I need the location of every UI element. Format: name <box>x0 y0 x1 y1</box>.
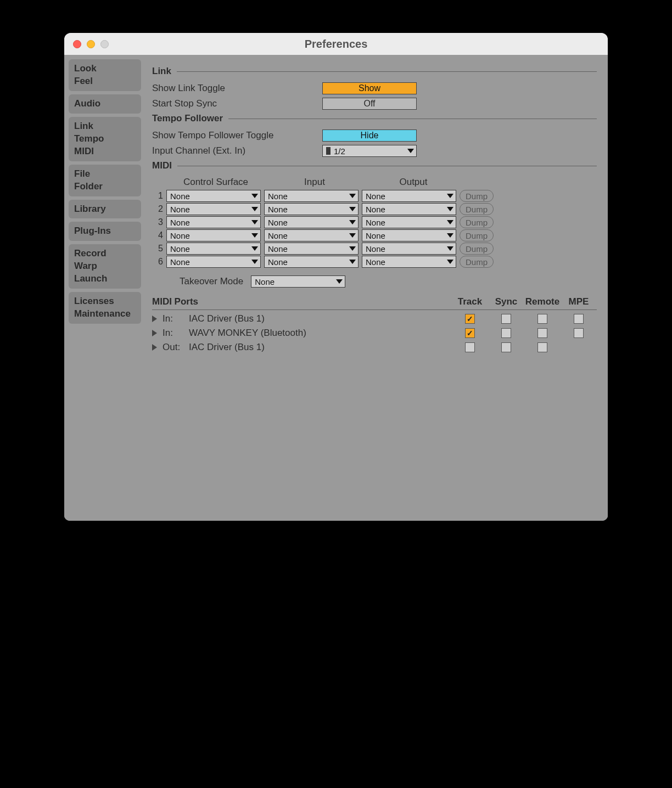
dump-button[interactable]: Dump <box>460 243 494 255</box>
cell-sync <box>488 328 524 338</box>
track-checkbox[interactable] <box>465 314 475 324</box>
track-checkbox[interactable] <box>465 328 475 338</box>
show-tempo-follower-button[interactable]: Hide <box>322 130 417 142</box>
input-dropdown[interactable]: None <box>264 256 359 268</box>
divider <box>177 166 597 166</box>
dump-button[interactable]: Dump <box>460 229 494 241</box>
chevron-down-icon <box>251 194 258 198</box>
remote-checkbox[interactable] <box>537 328 547 338</box>
remote-checkbox[interactable] <box>537 314 547 324</box>
chevron-down-icon <box>447 207 453 211</box>
mpe-checkbox[interactable] <box>574 314 584 324</box>
zoom-icon[interactable] <box>100 40 109 48</box>
sync-checkbox[interactable] <box>501 314 511 324</box>
show-link-toggle-button[interactable]: Show <box>322 82 417 94</box>
row-takeover-mode: Takeover Mode None <box>180 275 597 288</box>
input-dropdown[interactable]: None <box>264 229 359 241</box>
sidebar-item-label: Licenses <box>74 295 136 308</box>
sidebar-item-3[interactable]: FileFolder <box>69 165 141 196</box>
input-dropdown[interactable]: None <box>264 203 359 215</box>
control-surface-dropdown[interactable]: None <box>166 229 261 241</box>
cell-remote <box>524 328 561 338</box>
start-stop-sync-button[interactable]: Off <box>322 98 417 110</box>
label: Takeover Mode <box>180 276 243 287</box>
dropdown-value: None <box>268 218 288 227</box>
dropdown-value: None <box>170 218 190 227</box>
dump-button[interactable]: Dump <box>460 216 494 228</box>
input-dropdown[interactable]: None <box>264 243 359 255</box>
dropdown-value: None <box>170 205 190 214</box>
dropdown-value: None <box>268 205 288 214</box>
control-surface-row: 4NoneNoneNoneDump <box>152 229 597 241</box>
preferences-window: Preferences LookFeelAudioLinkTempoMIDIFi… <box>64 33 608 521</box>
control-surface-row: 5NoneNoneNoneDump <box>152 243 597 255</box>
section-tempo-follower: Tempo Follower <box>152 113 597 124</box>
row-number: 4 <box>152 230 163 240</box>
chevron-down-icon <box>349 233 356 238</box>
disclosure-triangle-icon[interactable] <box>152 330 157 336</box>
sidebar-item-6[interactable]: RecordWarpLaunch <box>69 244 141 289</box>
control-surface-row: 2NoneNoneNoneDump <box>152 203 597 215</box>
sidebar-item-label: Record <box>74 247 136 260</box>
mpe-checkbox[interactable] <box>574 328 584 338</box>
cell-sync <box>488 314 524 324</box>
takeover-mode-dropdown[interactable]: None <box>251 275 345 288</box>
chevron-down-icon <box>447 233 453 238</box>
sidebar-item-label: File <box>74 168 136 181</box>
track-checkbox[interactable] <box>465 342 475 352</box>
output-dropdown[interactable]: None <box>362 243 456 255</box>
input-dropdown[interactable]: None <box>264 216 359 228</box>
control-surface-dropdown[interactable]: None <box>166 216 261 228</box>
chevron-down-icon <box>251 207 258 211</box>
control-surface-dropdown[interactable]: None <box>166 190 261 202</box>
sidebar-item-label: MIDI <box>74 145 136 158</box>
port-direction: In: <box>163 328 189 339</box>
disclosure-triangle-icon[interactable] <box>152 344 157 351</box>
chevron-down-icon <box>349 207 356 211</box>
sidebar-item-7[interactable]: LicensesMaintenance <box>69 292 141 324</box>
sidebar-item-1[interactable]: Audio <box>69 94 141 114</box>
sidebar-item-2[interactable]: LinkTempoMIDI <box>69 117 141 161</box>
window-title: Preferences <box>64 38 608 50</box>
sidebar-item-5[interactable]: Plug-Ins <box>69 222 141 241</box>
output-dropdown[interactable]: None <box>362 229 456 241</box>
label: Input Channel (Ext. In) <box>152 145 322 156</box>
sync-checkbox[interactable] <box>501 342 511 352</box>
row-number: 6 <box>152 257 163 267</box>
dropdown-value: None <box>366 192 385 201</box>
disclosure-triangle-icon[interactable] <box>152 316 157 322</box>
traffic-lights <box>73 40 109 48</box>
chevron-down-icon <box>447 194 453 198</box>
output-dropdown[interactable]: None <box>362 203 456 215</box>
sidebar: LookFeelAudioLinkTempoMIDIFileFolderLibr… <box>64 55 141 521</box>
output-dropdown[interactable]: None <box>362 256 456 268</box>
dump-button[interactable]: Dump <box>460 190 494 202</box>
section-title: MIDI <box>152 160 172 171</box>
output-dropdown[interactable]: None <box>362 216 456 228</box>
sync-checkbox[interactable] <box>501 328 511 338</box>
row-number: 5 <box>152 244 163 254</box>
sidebar-item-4[interactable]: Library <box>69 200 141 219</box>
chevron-down-icon <box>349 246 356 251</box>
input-dropdown[interactable]: None <box>264 190 359 202</box>
control-surface-dropdown[interactable]: None <box>166 203 261 215</box>
dropdown-value: None <box>268 231 288 240</box>
minimize-icon[interactable] <box>87 40 95 48</box>
dropdown-value: None <box>268 257 288 267</box>
control-surface-dropdown[interactable]: None <box>166 256 261 268</box>
dump-button[interactable]: Dump <box>460 203 494 215</box>
remote-checkbox[interactable] <box>537 342 547 352</box>
close-icon[interactable] <box>73 40 81 48</box>
sidebar-item-label: Folder <box>74 181 136 193</box>
control-surface-dropdown[interactable]: None <box>166 243 261 255</box>
control-surface-row: 1NoneNoneNoneDump <box>152 190 597 202</box>
dump-button[interactable]: Dump <box>460 256 494 268</box>
input-channel-dropdown[interactable]: 1/2 <box>322 145 417 157</box>
chevron-down-icon <box>349 260 356 264</box>
row-start-stop-sync: Start Stop Sync Off <box>152 98 597 110</box>
chevron-down-icon <box>251 260 258 264</box>
sidebar-item-label: Maintenance <box>74 308 136 320</box>
chevron-down-icon <box>447 260 453 264</box>
sidebar-item-0[interactable]: LookFeel <box>69 59 141 91</box>
output-dropdown[interactable]: None <box>362 190 456 202</box>
